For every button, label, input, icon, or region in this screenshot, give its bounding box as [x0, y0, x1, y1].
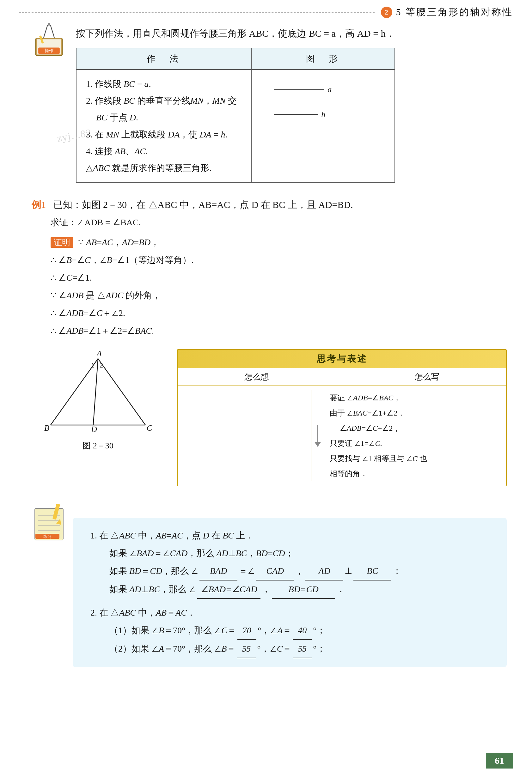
- ex1-l3-t2: ，: [262, 580, 271, 598]
- ex1-l2-t2: ＝∠: [239, 562, 255, 580]
- method-line-2: 2. 作线段 BC 的垂直平分线MN，MN 交: [86, 92, 241, 109]
- ex1-l3-t3: ．: [336, 580, 345, 598]
- thinking-line-1: 要证 ∠ADB=∠BAC，: [330, 390, 501, 405]
- line-h-bar: [274, 114, 318, 115]
- table-method-cell: 1. 作线段 BC = a. 2. 作线段 BC 的垂直平分线MN，MN 交 B…: [76, 70, 251, 182]
- ex2-l2-t1: （2）如果 ∠A＝70°，那么 ∠B＝: [109, 640, 235, 657]
- exercise-outer: 练习 1. 在 △ABC 中，AB=AC，点 D 在 BC 上． 如果 ∠BAD…: [31, 502, 507, 667]
- svg-text:D: D: [91, 425, 97, 434]
- svg-line-4: [50, 25, 54, 37]
- table-row: 1. 作线段 BC = a. 2. 作线段 BC 的垂直平分线MN，MN 交 B…: [76, 70, 395, 182]
- method-line-5: △ABC 就是所求作的等腰三角形.: [86, 160, 241, 176]
- exercise-icon: 练习: [31, 502, 70, 543]
- svg-text:B: B: [44, 423, 49, 433]
- svg-text:1: 1: [91, 361, 94, 369]
- ex2-l1-t2: °，∠A＝: [257, 622, 292, 639]
- svg-text:A: A: [96, 349, 102, 358]
- ex1-l2-t3: ，: [295, 562, 304, 580]
- section-title: 5 等腰三角形的轴对称性: [396, 6, 513, 19]
- example-section: 例1 已知：如图 2－30，在 △ABC 中，AB=AC，点 D 在 BC 上，…: [31, 199, 507, 486]
- ex2-blank-b2[interactable]: 55: [237, 640, 256, 658]
- figure-lines: a h: [261, 76, 385, 129]
- operation-icon: 操作: [31, 22, 66, 57]
- main-content: 操作 按下列作法，用直尺和圆规作等腰三角形 ABC，使底边 BC = a，高 A…: [31, 22, 507, 667]
- ex1-line3: 如果 AD⊥BC，那么 ∠ ∠BAD=∠CAD ， BD=CD ．: [109, 580, 495, 599]
- ex2-l2-t3: °；: [313, 640, 325, 657]
- ex1-l3-t1: 如果 AD⊥BC，那么 ∠: [109, 580, 196, 598]
- figure-caption: 图 2－30: [82, 440, 113, 451]
- line-h-label: h: [321, 107, 325, 122]
- example-label: 例1: [31, 200, 46, 210]
- exercise-2-title: 2. 在 △ABC 中，AB＝AC．: [90, 604, 495, 622]
- svg-line-10: [98, 359, 145, 425]
- line-a-label: a: [327, 82, 331, 97]
- example-title: 例1 已知：如图 2－30，在 △ABC 中，AB=AC，点 D 在 BC 上，…: [31, 199, 507, 212]
- svg-marker-20: [314, 442, 321, 447]
- proof-label: 证明: [51, 237, 73, 248]
- ex2-l2-t2: °，∠C＝: [257, 640, 292, 657]
- proof-line-1: ∴ ∠B=∠C，∠B=∠1（等边对等角）.: [51, 251, 507, 269]
- operation-text: 按下列作法，用直尺和圆规作等腰三角形 ABC，使底边 BC = a，高 AD =…: [76, 22, 395, 183]
- page-number: 61: [486, 753, 513, 769]
- ex1-blank5[interactable]: ∠BAD=∠CAD: [197, 580, 260, 599]
- ex1-line2: 如果 BD＝CD，那么 ∠ BAD ＝∠ CAD ， AD ⊥ BC ；: [109, 562, 495, 580]
- ex2-blank-c2[interactable]: 55: [293, 640, 312, 658]
- intro-text: 按下列作法，用直尺和圆规作等腰三角形 ABC，使底边 BC = a，高 AD =…: [76, 25, 395, 42]
- header-badge: 2 5 等腰三角形的轴对称性: [381, 6, 513, 19]
- proof-line-4: ∴ ∠ADB=∠C＋∠2.: [51, 304, 507, 322]
- svg-text:2: 2: [99, 361, 103, 369]
- ex1-blank1[interactable]: BAD: [200, 562, 237, 580]
- ex1-blank4[interactable]: BC: [354, 562, 391, 580]
- proof-block: 证明 ∵ AB=AC，AD=BD， ∴ ∠B=∠C，∠B=∠1（等边对等角）. …: [51, 234, 507, 340]
- thinking-right-content: 要证 ∠ADB=∠BAC， 由于 ∠BAC=∠1+∠2， ∠ADB=∠C+∠2，…: [324, 390, 506, 481]
- method-line-4: 4. 连接 AB、AC.: [86, 143, 241, 160]
- thinking-line-5: 只要找与 ∠1 相等且与 ∠C 也: [330, 451, 501, 466]
- ex2-line1: （1）如果 ∠B＝70°，那么 ∠C＝ 70 °，∠A＝ 40 °；: [109, 622, 495, 640]
- table-figure-cell: a h: [251, 70, 394, 182]
- section-number-badge: 2: [381, 7, 392, 18]
- thinking-box: 思考与表述 怎么想 怎么写: [177, 349, 507, 486]
- ex2-l1-t1: （1）如果 ∠B＝70°，那么 ∠C＝: [109, 622, 236, 639]
- ex2-num: 2.: [90, 608, 99, 617]
- thinking-arrow-area: [311, 390, 324, 481]
- operation-section: 操作 按下列作法，用直尺和圆规作等腰三角形 ABC，使底边 BC = a，高 A…: [31, 22, 507, 183]
- line-a-bar: [274, 89, 324, 90]
- ex1-text1: 在 △ABC 中，AB=AC，点 D 在 BC 上．: [99, 531, 254, 540]
- exercise-1-title: 1. 在 △ABC 中，AB=AC，点 D 在 BC 上．: [90, 527, 495, 544]
- thinking-right-header: 怎么写: [348, 371, 507, 382]
- figure-thinking-row: A B C D 1 2 图 2－30 思考与表述 怎么想 怎么写: [31, 349, 507, 486]
- ex2-line2: （2）如果 ∠A＝70°，那么 ∠B＝ 55 °，∠C＝ 55 °；: [109, 640, 495, 658]
- ex1-blank2[interactable]: CAD: [256, 562, 294, 580]
- ex1-blank6[interactable]: BD=CD: [272, 580, 335, 599]
- ex2-blank-c1[interactable]: 70: [237, 622, 256, 640]
- thinking-header: 思考与表述: [178, 350, 506, 368]
- svg-line-3: [44, 25, 48, 37]
- thinking-line-2: 由于 ∠BAC=∠1+∠2，: [330, 405, 501, 420]
- proof-line-5: ∴ ∠ADB=∠1＋∠2=∠BAC.: [51, 322, 507, 340]
- fig-line-h: h: [274, 107, 325, 122]
- proof-line-2: ∴ ∠C=∠1.: [51, 269, 507, 287]
- fig-line-a: a: [274, 82, 331, 97]
- ex2-l1-t3: °；: [313, 622, 325, 639]
- thinking-line-4: 只要证 ∠1=∠C.: [330, 436, 501, 451]
- header-bar: 2 5 等腰三角形的轴对称性: [0, 6, 532, 19]
- ex1-l2-t5: ；: [393, 562, 401, 580]
- triangle-svg: A B C D 1 2: [38, 349, 158, 438]
- proof-line-3: ∵ ∠ADB 是 △ADC 的外角，: [51, 287, 507, 304]
- method-line-1: 1. 作线段 BC = a.: [86, 76, 241, 92]
- prove-goal: 求证：∠ADB = ∠BAC.: [51, 217, 507, 228]
- svg-text:C: C: [147, 423, 152, 433]
- exercise-icon-area: 练习: [31, 502, 73, 545]
- ex1-num: 1.: [90, 531, 99, 540]
- svg-text:练习: 练习: [43, 534, 52, 539]
- ex1-line1: 如果 ∠BAD＝∠CAD，那么 AD⊥BC，BD=CD；: [109, 544, 495, 562]
- proof-line-0: 证明 ∵ AB=AC，AD=BD，: [51, 234, 507, 251]
- ex1-l2-t1: 如果 BD＝CD，那么 ∠: [109, 562, 198, 580]
- thinking-left-content: [178, 390, 311, 481]
- ex2-blank-a1[interactable]: 40: [293, 622, 312, 640]
- ex1-blank3[interactable]: AD: [305, 562, 343, 580]
- thinking-left-header: 怎么想: [178, 371, 336, 382]
- method-line-3: 3. 在 MN 上截取线段 DA，使 DA = h.: [86, 126, 241, 143]
- thinking-body: 要证 ∠ADB=∠BAC， 由于 ∠BAC=∠1+∠2， ∠ADB=∠C+∠2，…: [178, 386, 506, 486]
- exercise-content: 1. 在 △ABC 中，AB=AC，点 D 在 BC 上． 如果 ∠BAD＝∠C…: [90, 527, 495, 658]
